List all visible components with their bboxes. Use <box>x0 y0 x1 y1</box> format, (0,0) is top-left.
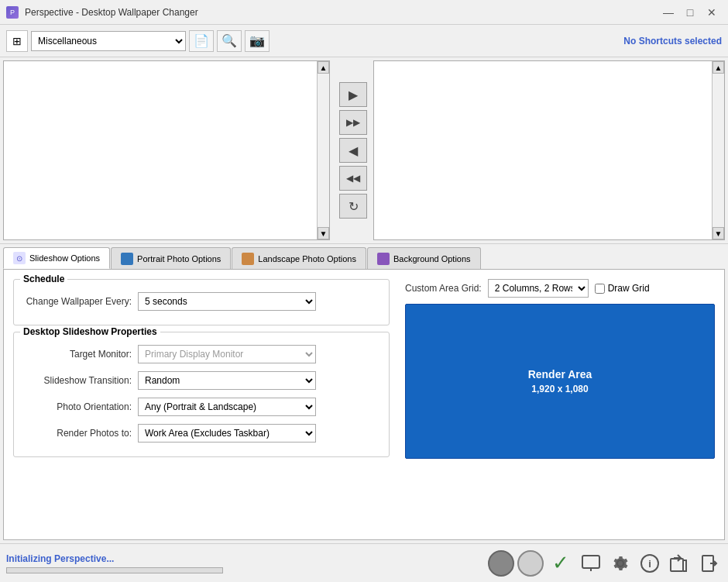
right-scroll-down-arrow[interactable]: ▼ <box>713 227 724 239</box>
title-bar: P Perspective - Desktop Wallpaper Change… <box>0 0 728 25</box>
tab-portrait-label: Portrait Photo Options <box>137 254 221 263</box>
home-icon-button[interactable]: ⊞ <box>6 30 28 52</box>
svg-rect-0 <box>582 556 599 568</box>
right-scrollbar[interactable]: ▲ ▼ <box>712 61 724 239</box>
change-every-select[interactable]: 5 seconds 10 seconds 30 seconds 1 minute… <box>138 292 316 311</box>
scroll-down-arrow[interactable]: ▼ <box>318 227 329 239</box>
draw-grid-label: Draw Grid <box>608 283 650 294</box>
bottom-buttons: ✓ i <box>488 549 722 577</box>
search-button[interactable]: 🔍 <box>217 30 242 52</box>
info-button[interactable]: i <box>637 550 663 577</box>
door-button[interactable] <box>695 550 722 577</box>
change-every-label: Change Wallpaper Every: <box>23 296 132 307</box>
move-left-all-button[interactable]: ◀◀ <box>339 166 367 191</box>
display-icon-button[interactable] <box>578 550 604 577</box>
render-area-size: 1,920 x 1,080 <box>528 384 592 394</box>
status-text: Initializing Perspective... <box>6 553 482 564</box>
left-scrollbar[interactable]: ▲ ▼ <box>317 61 329 239</box>
right-list-panel: ▲ ▼ <box>373 60 725 240</box>
desktop-props-group: Desktop Slideshow Properties Target Moni… <box>13 332 390 457</box>
background-tab-icon <box>377 253 390 265</box>
left-list[interactable] <box>4 61 317 239</box>
gear-button[interactable] <box>607 550 634 577</box>
scroll-up-arrow[interactable]: ▲ <box>318 61 329 74</box>
tab-landscape-label: Landscape Photo Options <box>258 254 356 263</box>
tab-landscape[interactable]: Landscape Photo Options <box>232 247 366 269</box>
tabs-section: ⊙ Slideshow Options Portrait Photo Optio… <box>0 243 728 543</box>
render-photos-select[interactable]: Work Area (Excludes Taskbar) Full Screen… <box>138 424 316 443</box>
toolbar: ⊞ Miscellaneous 📄 🔍 📷 No Shortcuts selec… <box>0 25 728 57</box>
tab-background[interactable]: Background Options <box>367 247 481 269</box>
right-options: Custom Area Grid: 2 Columns, 2 Rows 1 Co… <box>405 279 715 530</box>
tab-slideshow[interactable]: ⊙ Slideshow Options <box>3 247 110 269</box>
left-list-panel: ▲ ▼ <box>3 60 330 240</box>
render-photos-row: Render Photos to: Work Area (Excludes Ta… <box>23 424 379 443</box>
right-list[interactable] <box>374 61 712 239</box>
scroll-track <box>318 74 329 227</box>
folder-button[interactable]: 📄 <box>189 30 214 52</box>
export-button[interactable] <box>666 550 692 577</box>
tab-content-slideshow: Schedule Change Wallpaper Every: 5 secon… <box>3 269 725 540</box>
render-preview: Render Area 1,920 x 1,080 <box>405 304 715 459</box>
refresh-button[interactable]: ↻ <box>339 194 367 219</box>
landscape-tab-icon <box>242 253 254 265</box>
change-every-row: Change Wallpaper Every: 5 seconds 10 sec… <box>23 292 379 311</box>
render-area-info: Render Area 1,920 x 1,080 <box>528 368 592 394</box>
status-bar: Initializing Perspective... ✓ i <box>0 543 728 582</box>
move-left-one-button[interactable]: ◀ <box>339 138 367 163</box>
left-panel-area: ▲ ▼ <box>0 57 333 243</box>
slideshow-transition-label: Slideshow Transition: <box>23 375 132 386</box>
camera-button[interactable]: 📷 <box>245 30 270 52</box>
app-icon: P <box>6 6 19 19</box>
draw-grid-checkbox-row: Draw Grid <box>595 283 650 294</box>
light-circle-btn[interactable] <box>517 550 544 577</box>
svg-text:i: i <box>648 558 651 570</box>
render-area-title: Render Area <box>528 368 592 381</box>
custom-area-row: Custom Area Grid: 2 Columns, 2 Rows 1 Co… <box>405 279 715 298</box>
minimize-button[interactable]: — <box>658 4 678 21</box>
maximize-button[interactable]: □ <box>680 4 700 21</box>
slideshow-tab-icon: ⊙ <box>13 252 26 264</box>
progress-bar-container <box>6 567 223 573</box>
tab-background-label: Background Options <box>393 254 471 263</box>
target-monitor-row: Target Monitor: Primary Display Monitor <box>23 345 379 363</box>
tab-slideshow-label: Slideshow Options <box>29 253 100 263</box>
tab-portrait[interactable]: Portrait Photo Options <box>111 247 231 269</box>
target-monitor-select[interactable]: Primary Display Monitor <box>138 345 316 363</box>
draw-grid-checkbox[interactable] <box>595 284 605 294</box>
window-controls: — □ ✕ <box>658 4 722 21</box>
slideshow-transition-select[interactable]: Random Fade Slide None <box>138 371 316 390</box>
photo-orientation-label: Photo Orientation: <box>23 401 132 412</box>
slideshow-transition-row: Slideshow Transition: Random Fade Slide … <box>23 371 379 390</box>
desktop-props-title: Desktop Slideshow Properties <box>20 326 160 337</box>
schedule-group: Schedule Change Wallpaper Every: 5 secon… <box>13 279 390 325</box>
title-bar-left: P Perspective - Desktop Wallpaper Change… <box>6 6 198 19</box>
shortcuts-label: No Shortcuts selected <box>623 36 722 46</box>
render-photos-label: Render Photos to: <box>23 428 132 439</box>
panels-container: ▲ ▼ ▶ ▶▶ ◀ ◀◀ ↻ ▲ ▼ <box>0 57 728 243</box>
custom-area-label: Custom Area Grid: <box>405 283 482 294</box>
portrait-tab-icon <box>121 253 133 265</box>
left-options: Schedule Change Wallpaper Every: 5 secon… <box>13 279 390 530</box>
schedule-title: Schedule <box>20 274 67 284</box>
tabs-bar: ⊙ Slideshow Options Portrait Photo Optio… <box>0 244 728 269</box>
svg-rect-5 <box>671 559 683 571</box>
move-right-one-button[interactable]: ▶ <box>339 82 367 107</box>
right-scroll-up-arrow[interactable]: ▲ <box>713 61 724 74</box>
close-button[interactable]: ✕ <box>702 4 722 21</box>
status-left: Initializing Perspective... <box>6 553 482 573</box>
photo-orientation-row: Photo Orientation: Any (Portrait & Lands… <box>23 398 379 416</box>
window-title: Perspective - Desktop Wallpaper Changer <box>25 7 198 18</box>
photo-orientation-select[interactable]: Any (Portrait & Landscape) Portrait Only… <box>138 398 316 416</box>
right-panel-area: ▲ ▼ <box>373 57 728 243</box>
checkmark-button[interactable]: ✓ <box>547 549 575 577</box>
right-scroll-track <box>713 74 724 227</box>
move-right-all-button[interactable]: ▶▶ <box>339 110 367 135</box>
options-layout: Schedule Change Wallpaper Every: 5 secon… <box>13 279 715 530</box>
category-dropdown[interactable]: Miscellaneous <box>31 31 186 51</box>
dark-circle-btn-1[interactable] <box>488 550 514 577</box>
arrow-buttons-panel: ▶ ▶▶ ◀ ◀◀ ↻ <box>333 57 373 243</box>
grid-select[interactable]: 2 Columns, 2 Rows 1 Column, 1 Row 3 Colu… <box>488 279 589 298</box>
target-monitor-label: Target Monitor: <box>23 349 132 360</box>
